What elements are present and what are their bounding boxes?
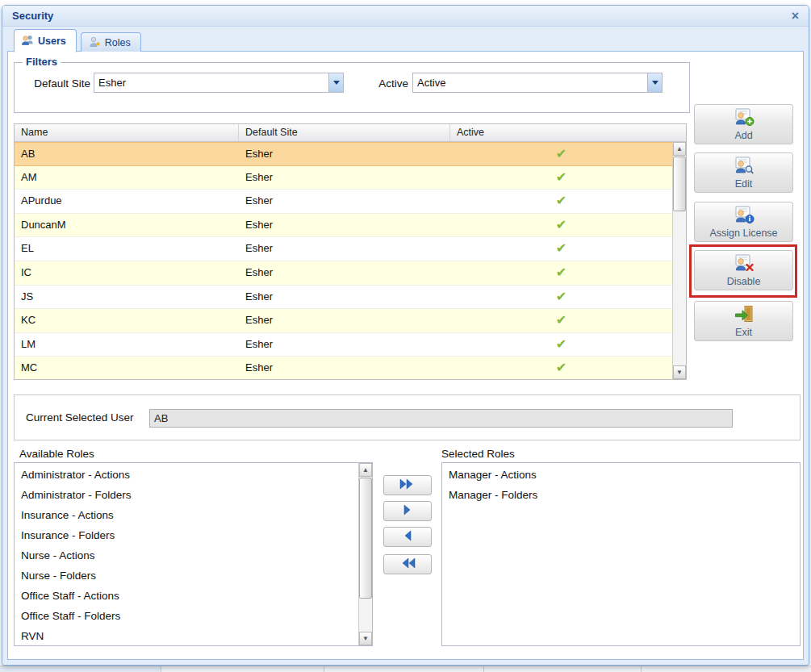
check-icon: ✔ — [556, 147, 566, 161]
check-icon: ✔ — [556, 194, 566, 207]
user-disable-icon — [734, 253, 755, 275]
cell-active: ✔ — [450, 261, 686, 285]
cell-active: ✔ — [450, 237, 686, 261]
cell-name: KC — [15, 309, 239, 332]
exit-button[interactable]: Exit — [694, 301, 793, 341]
list-item[interactable]: Office Staff - Folders — [15, 607, 358, 627]
add-button[interactable]: Add — [694, 104, 793, 144]
disable-button[interactable]: Disable — [694, 250, 793, 290]
default-site-combo[interactable]: Esher — [94, 73, 344, 93]
scroll-thumb[interactable] — [673, 157, 686, 211]
users-table: Name Default Site Active ABEsher✔AMEsher… — [14, 123, 687, 380]
available-roles-list: Administrator - ActionsAdministrator - F… — [14, 462, 373, 646]
cell-default-site: Esher — [239, 286, 450, 309]
table-row[interactable]: ICEsher✔ — [15, 261, 686, 286]
user-add-icon — [734, 107, 755, 129]
table-scrollbar[interactable]: ▲ ▼ — [672, 142, 686, 379]
check-icon: ✔ — [556, 337, 566, 351]
assign-license-button-label: Assign License — [709, 227, 777, 239]
close-icon[interactable]: × — [788, 9, 802, 23]
check-icon: ✔ — [556, 241, 566, 255]
background-window — [0, 666, 811, 672]
cell-active: ✔ — [450, 286, 686, 309]
cell-name: MC — [15, 357, 239, 379]
cell-active: ✔ — [450, 214, 686, 237]
table-row[interactable]: APurdueEsher✔ — [15, 190, 686, 214]
tab-users-label: Users — [38, 35, 66, 47]
selected-roles-list: Manager - ActionsManager - Folders — [441, 462, 801, 646]
table-row[interactable]: ELEsher✔ — [15, 237, 686, 261]
list-item[interactable]: Administrator - Folders — [15, 486, 358, 506]
cell-default-site: Esher — [239, 357, 450, 379]
list-item[interactable]: RVN — [15, 627, 358, 645]
column-header-active[interactable]: Active — [450, 124, 686, 141]
exit-icon — [734, 304, 755, 326]
check-icon: ✔ — [556, 170, 566, 184]
cell-default-site: Esher — [239, 237, 450, 261]
selected-roles-label: Selected Roles — [441, 448, 515, 460]
background-cell — [484, 666, 642, 672]
cell-default-site: Esher — [239, 166, 450, 190]
available-roles-scrollbar[interactable]: ▲ ▼ — [358, 463, 372, 645]
list-item[interactable]: Office Staff - Actions — [15, 586, 358, 607]
list-item[interactable]: Insurance - Folders — [15, 526, 358, 546]
column-header-default-site[interactable]: Default Site — [239, 124, 450, 141]
active-filter-combo[interactable]: Active — [412, 73, 663, 93]
cell-name: IC — [15, 261, 239, 285]
active-filter-value: Active — [413, 77, 647, 89]
list-item[interactable]: Nurse - Folders — [15, 566, 358, 586]
cell-default-site: Esher — [239, 143, 450, 165]
default-site-label: Default Site — [21, 77, 90, 90]
cell-default-site: Esher — [239, 333, 450, 357]
cell-default-site: Esher — [239, 261, 450, 285]
background-cell — [161, 666, 324, 672]
move-all-right-button[interactable] — [383, 475, 432, 495]
table-row[interactable]: DuncanMEsher✔ — [15, 214, 686, 238]
cell-active: ✔ — [450, 190, 686, 213]
table-row[interactable]: KCEsher✔ — [15, 309, 686, 333]
list-item[interactable]: Insurance - Actions — [15, 506, 358, 526]
background-cell — [0, 666, 161, 672]
default-site-value: Esher — [94, 77, 328, 89]
scroll-up-icon[interactable]: ▲ — [673, 142, 686, 156]
move-left-button[interactable] — [383, 527, 432, 547]
background-cell — [642, 666, 811, 672]
list-item[interactable]: Manager - Folders — [442, 486, 800, 506]
disable-button-label: Disable — [727, 276, 761, 287]
edit-button-label: Edit — [735, 178, 753, 190]
table-row[interactable]: AMEsher✔ — [15, 166, 686, 190]
dialog-title: Security — [9, 10, 53, 22]
list-item[interactable]: Administrator - Actions — [15, 465, 358, 486]
move-all-left-button[interactable] — [383, 554, 432, 574]
tab-roles[interactable]: Roles — [81, 32, 141, 52]
column-header-name[interactable]: Name — [15, 124, 239, 141]
edit-button[interactable]: Edit — [694, 152, 793, 193]
cell-default-site: Esher — [239, 190, 450, 213]
scroll-up-icon[interactable]: ▲ — [359, 463, 372, 477]
check-icon: ✔ — [556, 218, 566, 232]
combo-arrow-button[interactable] — [647, 73, 662, 92]
chevron-down-icon — [652, 81, 658, 85]
cell-default-site: Esher — [239, 309, 450, 332]
table-header: Name Default Site Active — [15, 124, 686, 142]
move-right-button[interactable] — [383, 501, 432, 521]
table-row[interactable]: MCEsher✔ — [15, 357, 686, 379]
list-item[interactable]: Manager - Actions — [442, 465, 800, 486]
filters-legend: Filters — [23, 56, 61, 68]
cell-name: JS — [15, 286, 239, 309]
tab-users[interactable]: Users — [14, 29, 77, 52]
check-icon: ✔ — [556, 313, 566, 327]
scroll-thumb[interactable] — [359, 478, 372, 599]
list-item[interactable]: Nurse - Actions — [15, 546, 358, 566]
table-row[interactable]: ABEsher✔ — [15, 142, 686, 166]
table-row[interactable]: LMEsher✔ — [15, 333, 686, 357]
available-roles-label: Available Roles — [19, 448, 94, 460]
add-button-label: Add — [734, 130, 752, 141]
current-user-panel: Current Selected User AB — [14, 394, 801, 440]
scroll-down-icon[interactable]: ▼ — [673, 365, 686, 379]
move-all-left-icon — [398, 557, 417, 573]
filters-fieldset: Filters Default Site Esher Active Active — [14, 62, 690, 113]
table-row[interactable]: JSEsher✔ — [15, 286, 686, 310]
scroll-down-icon[interactable]: ▼ — [359, 632, 372, 645]
assign-license-button[interactable]: Assign License — [694, 202, 793, 242]
